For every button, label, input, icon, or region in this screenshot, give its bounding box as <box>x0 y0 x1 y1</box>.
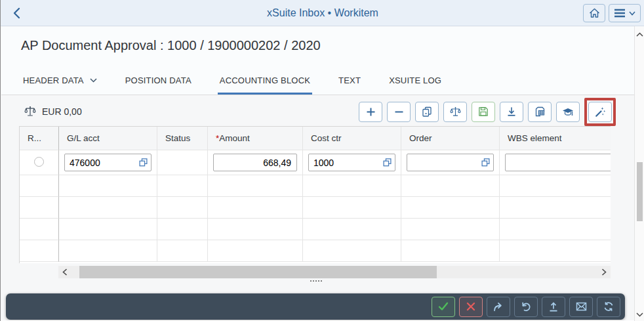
table-row-empty <box>20 197 611 219</box>
scroll-up-arrow[interactable] <box>635 29 644 39</box>
hamburger-menu-icon <box>614 9 626 18</box>
forward-button[interactable] <box>487 297 510 317</box>
accounting-table: R... G/L acct Status *Amount Cost ctr Or… <box>19 126 611 263</box>
table-row-empty <box>20 175 611 197</box>
balance-total-label: EUR 0,00 <box>42 106 82 117</box>
tab-label: ACCOUNTING BLOCK <box>220 75 310 85</box>
column-header-gl-acct: G/L acct <box>59 127 157 150</box>
copy-icon <box>422 106 432 117</box>
value-help-icon[interactable] <box>383 158 392 167</box>
highlight-annotation <box>584 98 616 126</box>
table-actions <box>359 98 616 126</box>
refresh-button[interactable] <box>597 297 620 317</box>
shell-header: xSuite Inbox • Workitem <box>1 0 644 26</box>
x-icon <box>466 302 475 311</box>
table-header-row: R... G/L acct Status *Amount Cost ctr Or… <box>20 127 611 150</box>
scrollbar-thumb[interactable] <box>79 266 437 278</box>
home-icon <box>589 8 600 18</box>
chevron-left-icon <box>12 7 22 19</box>
object-page-header: AP Document Approval : 1000 / 1900000202… <box>1 27 634 95</box>
column-header-wbs-element: WBS element <box>500 127 611 150</box>
horizontal-scrollbar <box>58 266 611 278</box>
undo-arrow-icon <box>521 302 531 312</box>
table-row-empty <box>20 219 611 240</box>
value-help-icon[interactable] <box>139 158 148 167</box>
upload-icon <box>548 302 559 312</box>
save-button[interactable] <box>472 102 495 122</box>
xsuite-workitem-window: xSuite Inbox • Workitem AP Document Appr… <box>0 0 644 321</box>
tab-strip: HEADER DATA POSITION DATA ACCOUNTING BLO… <box>1 68 634 95</box>
chevron-down-icon <box>629 11 635 16</box>
amount-cell <box>208 150 303 175</box>
table-row <box>20 150 611 175</box>
scale-icon <box>24 106 36 118</box>
tab-label: TEXT <box>338 75 361 85</box>
column-header-select: R... <box>20 127 59 150</box>
menu-button[interactable] <box>609 4 641 22</box>
upload-button[interactable] <box>542 297 565 317</box>
splitter-grip-icon[interactable] <box>310 280 323 283</box>
status-cell <box>157 150 208 175</box>
add-row-button[interactable] <box>359 102 382 122</box>
order-cell <box>401 150 500 175</box>
export-table-button[interactable] <box>528 102 552 122</box>
scroll-right-arrow[interactable] <box>597 268 611 276</box>
tab-label: XSUITE LOG <box>389 75 441 85</box>
copy-row-button[interactable] <box>415 102 439 122</box>
cost-ctr-cell <box>303 150 401 175</box>
scroll-left-arrow[interactable] <box>58 268 71 276</box>
magic-wand-icon <box>595 106 606 118</box>
save-icon <box>478 106 489 117</box>
wbs-element-input[interactable] <box>505 154 611 171</box>
reject-button[interactable] <box>459 297 483 317</box>
forward-arrow-icon <box>493 302 504 312</box>
tab-label: POSITION DATA <box>125 75 191 85</box>
back-button[interactable] <box>9 6 25 20</box>
value-help-icon[interactable] <box>481 158 490 167</box>
tab-accounting-block[interactable]: ACCOUNTING BLOCK <box>218 68 312 95</box>
home-button[interactable] <box>583 4 605 22</box>
auto-assign-button[interactable] <box>588 102 612 122</box>
vertical-scrollbar <box>634 26 644 321</box>
column-header-order: Order <box>401 127 500 150</box>
scale-icon <box>450 106 461 118</box>
row-select-radio[interactable] <box>34 157 44 167</box>
column-header-cost-ctr: Cost ctr <box>303 127 401 150</box>
chevron-down-icon <box>90 78 97 83</box>
remove-row-button[interactable] <box>387 102 411 122</box>
balance-check-button[interactable] <box>443 102 467 122</box>
check-icon <box>438 302 449 311</box>
download-button[interactable] <box>500 102 523 122</box>
training-button[interactable] <box>556 102 580 122</box>
plus-icon <box>366 107 376 117</box>
email-button[interactable] <box>569 297 593 317</box>
select-cell <box>20 150 59 175</box>
undo-button[interactable] <box>514 297 538 317</box>
tab-label: HEADER DATA <box>23 75 84 85</box>
scrollbar-track[interactable] <box>71 266 597 278</box>
graduation-cap-icon <box>562 107 574 117</box>
export-spreadsheet-icon <box>534 106 546 117</box>
accounting-toolbar: EUR 0,00 <box>19 97 616 126</box>
table-row-empty <box>20 240 611 262</box>
tab-xsuite-log[interactable]: XSUITE LOG <box>387 68 443 95</box>
approve-button[interactable] <box>432 297 455 317</box>
tab-position-data[interactable]: POSITION DATA <box>123 68 193 95</box>
envelope-icon <box>576 302 587 311</box>
tab-text[interactable]: TEXT <box>336 68 363 95</box>
balance-total: EUR 0,00 <box>24 106 82 118</box>
shell-title: xSuite Inbox • Workitem <box>79 7 566 19</box>
wbs-element-cell <box>500 150 611 175</box>
tab-header-data[interactable]: HEADER DATA <box>21 68 99 95</box>
refresh-icon <box>603 301 614 312</box>
footer-action-bar <box>6 293 625 320</box>
page-title: AP Document Approval : 1000 / 1900000202… <box>21 38 321 53</box>
minus-icon <box>394 107 404 117</box>
scrollbar-thumb[interactable] <box>637 162 643 221</box>
gl-acct-cell <box>59 150 157 175</box>
download-icon <box>506 106 517 117</box>
column-header-status: Status <box>157 127 208 150</box>
column-header-amount: *Amount <box>208 127 303 150</box>
scroll-down-arrow[interactable] <box>635 309 644 320</box>
amount-input[interactable] <box>213 154 297 171</box>
